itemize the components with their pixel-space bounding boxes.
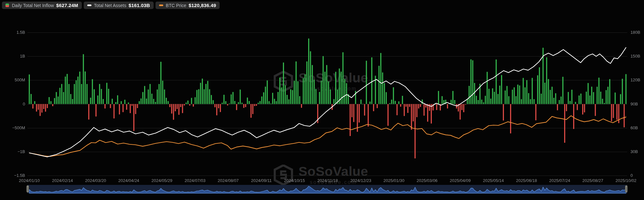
x-axis-tick: 2025/01/30 <box>384 178 404 183</box>
x-axis-tick: 2025/06/18 <box>516 178 537 183</box>
right-axis-tick: 30B <box>630 150 638 154</box>
navigator-right-handle[interactable] <box>625 185 628 193</box>
legend-item-total-net-assets[interactable]: Total Net Assets $161.03B <box>84 2 154 9</box>
legend: Daily Total Net Inflow $627.24M Total Ne… <box>2 2 220 9</box>
white-dash-icon <box>87 5 91 6</box>
right-axis-tick: 90B <box>630 102 638 106</box>
x-axis-tick: 2025/10/02 <box>615 178 636 183</box>
legend-item-btc-price[interactable]: BTC Price $120,836.49 <box>156 2 220 9</box>
x-axis-tick: 2024/10/15 <box>284 178 305 183</box>
legend-label: Daily Total Net Inflow <box>12 3 54 8</box>
x-axis-tick: 2024/12/23 <box>350 178 371 183</box>
legend-value: $120,836.49 <box>189 3 216 8</box>
x-axis-tick: 2024/02/14 <box>52 178 73 183</box>
legend-label: Total Net Assets <box>94 3 126 8</box>
x-axis-tick: 2024/07/03 <box>185 178 205 183</box>
etf-flow-chart-root: Daily Total Net Inflow $627.24M Total Ne… <box>0 0 644 200</box>
left-axis-tick: 1.5B <box>16 30 25 35</box>
main-chart-canvas[interactable] <box>0 0 644 200</box>
navigator-left-handle[interactable] <box>26 185 29 193</box>
x-axis-tick: 2025/03/06 <box>417 178 438 183</box>
left-axis-tick: 500M <box>14 78 25 82</box>
inflow-split-square-icon <box>5 4 9 7</box>
right-axis-tick: 150B <box>630 54 640 59</box>
left-axis-tick: −1.5B <box>14 173 25 178</box>
orange-dash-icon <box>159 5 163 6</box>
left-axis-tick: −1B <box>18 150 25 154</box>
left-axis-tick: −500M <box>12 126 25 130</box>
legend-label: BTC Price <box>166 3 186 8</box>
legend-value: $161.03B <box>128 3 150 8</box>
x-axis-tick: 2025/04/09 <box>450 178 471 183</box>
x-axis-tick: 2024/01/10 <box>19 178 40 183</box>
left-axis-tick: 1B <box>20 54 25 59</box>
x-axis-tick: 2024/05/29 <box>151 178 172 183</box>
x-axis-tick: 2024/11/18 <box>317 178 338 183</box>
x-axis-tick: 2025/07/24 <box>549 178 570 183</box>
x-axis-tick: 2025/08/27 <box>582 178 603 183</box>
right-axis-tick: 120B <box>630 78 640 82</box>
right-axis-tick: 0 <box>630 173 633 178</box>
right-axis-tick: 60B <box>630 126 638 130</box>
left-axis-tick: 0 <box>23 102 25 106</box>
legend-item-daily-net-inflow[interactable]: Daily Total Net Inflow $627.24M <box>2 2 82 9</box>
x-axis-tick: 2025/05/14 <box>483 178 504 183</box>
right-axis-tick: 180B <box>630 30 640 35</box>
x-axis-tick: 2024/08/07 <box>218 178 239 183</box>
x-axis-tick: 2024/04/24 <box>118 178 139 183</box>
legend-value: $627.24M <box>56 3 78 8</box>
x-axis-tick: 2024/03/20 <box>85 178 106 183</box>
x-axis-tick: 2024/09/11 <box>251 178 272 183</box>
